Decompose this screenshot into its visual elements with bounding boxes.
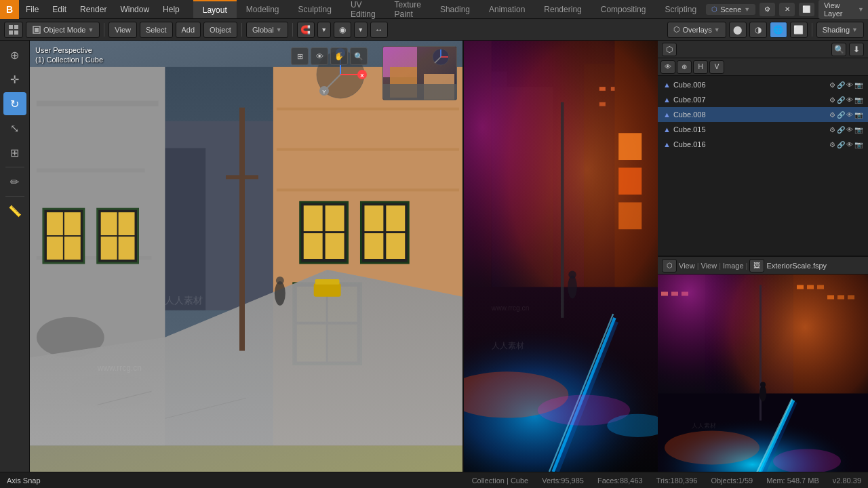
- cube008-constraint-icon[interactable]: 🔗: [837, 111, 845, 119]
- proportional-options-btn[interactable]: ▼: [354, 22, 368, 38]
- outliner-filter-select[interactable]: ⊕: [677, 60, 692, 74]
- viewport-nav-btns: ⊞ 👁 ✋ 🔍: [291, 47, 368, 65]
- scene-expand-btn[interactable]: ⬜: [799, 3, 814, 16]
- add-menu[interactable]: Add: [176, 22, 201, 38]
- image-btn[interactable]: Image: [723, 262, 744, 270]
- view-layer-selector[interactable]: View Layer ▼: [818, 0, 868, 19]
- tool-scale[interactable]: ⤡: [3, 117, 26, 140]
- tab-uv-editing[interactable]: UV Editing: [341, 0, 385, 18]
- viewport-shade-solid[interactable]: ⬤: [729, 22, 747, 38]
- menu-edit[interactable]: Edit: [45, 0, 73, 18]
- outliner-item-cube015[interactable]: ▲ Cube.015 ⚙ 🔗 👁 📷: [658, 122, 868, 137]
- transform-btn[interactable]: ↔: [370, 22, 388, 38]
- tab-shading[interactable]: Shading: [431, 0, 479, 18]
- view2-btn[interactable]: View: [701, 262, 717, 270]
- tool-rotate[interactable]: ↻: [3, 92, 26, 115]
- tool-move[interactable]: ✛: [3, 68, 26, 91]
- tab-animation[interactable]: Animation: [479, 0, 534, 18]
- viewport-3d[interactable]: 人人素材 www.rrcg.cn User Perspective (1) Co…: [30, 41, 658, 472]
- cube016-modifier-icon[interactable]: ⚙: [829, 141, 835, 148]
- tab-compositing[interactable]: Compositing: [591, 0, 656, 18]
- select-menu[interactable]: Select: [140, 22, 173, 38]
- cube006-modifier-icon[interactable]: ⚙: [829, 81, 835, 89]
- viewport-shade-rendered[interactable]: 🌐: [770, 22, 787, 38]
- svg-rect-27: [277, 108, 459, 110]
- cube015-render-icon[interactable]: 📷: [854, 126, 863, 134]
- tab-texture-paint[interactable]: Texture Paint: [385, 0, 431, 18]
- cube015-modifier-icon[interactable]: ⚙: [829, 126, 835, 134]
- outliner-filter-viewport[interactable]: V: [709, 60, 724, 74]
- cube007-modifier-icon[interactable]: ⚙: [829, 96, 835, 104]
- properties-img-type[interactable]: 🖼: [749, 259, 764, 272]
- outliner-filter-hide[interactable]: H: [693, 60, 708, 74]
- viewport-left-3d[interactable]: 人人素材 www.rrcg.cn User Perspective (1) Co…: [30, 41, 464, 472]
- mini-viewport[interactable]: [382, 46, 457, 100]
- svg-rect-1: [14, 25, 18, 29]
- scene-close-btn[interactable]: ✕: [779, 3, 795, 16]
- view1-btn[interactable]: View: [679, 262, 695, 270]
- svg-rect-38: [364, 233, 383, 259]
- transform-orientation[interactable]: Global ▼: [246, 22, 288, 38]
- cube015-constraint-icon[interactable]: 🔗: [837, 126, 845, 134]
- mode-selector[interactable]: Object Mode ▼: [26, 22, 100, 38]
- viewport-shade-wireframe[interactable]: ⬜: [790, 22, 808, 38]
- editor-type-btn[interactable]: [4, 22, 23, 38]
- tab-scripting[interactable]: Scripting: [655, 0, 706, 18]
- tool-annotate[interactable]: ✏: [3, 170, 26, 193]
- cube015-eye-icon[interactable]: 👁: [846, 126, 853, 134]
- tab-sculpting[interactable]: Sculpting: [289, 0, 341, 18]
- snap-magnet-btn[interactable]: 🧲: [297, 22, 315, 38]
- tab-layout[interactable]: Layout: [193, 0, 237, 18]
- outliner-filter-render[interactable]: 👁: [660, 60, 675, 74]
- cube008-modifier-icon[interactable]: ⚙: [829, 111, 835, 119]
- tab-modeling[interactable]: Modeling: [237, 0, 289, 18]
- tool-cursor[interactable]: ⊕: [3, 43, 26, 66]
- scene-settings-btn[interactable]: ⚙: [760, 3, 775, 16]
- cube016-constraint-icon[interactable]: 🔗: [837, 141, 845, 148]
- properties-type-btn[interactable]: ⬡: [662, 259, 677, 272]
- cube016-eye-icon[interactable]: 👁: [846, 141, 853, 148]
- cube016-render-icon[interactable]: 📷: [854, 141, 863, 148]
- cube007-render-icon[interactable]: 📷: [854, 96, 863, 104]
- cube006-eye-icon[interactable]: 👁: [846, 81, 853, 89]
- right-panel: ⬡ 🔍 ⬇ 👁 ⊕ H V ▲ Cube.006 ⚙: [658, 41, 868, 472]
- cube008-eye-icon[interactable]: 👁: [846, 111, 853, 119]
- cube016-actions: ⚙ 🔗 👁 📷: [829, 141, 863, 148]
- menu-file[interactable]: File: [19, 0, 45, 18]
- tool-measure[interactable]: 📏: [3, 199, 26, 222]
- shading-btn[interactable]: Shading ▼: [816, 22, 864, 38]
- nav-hand-btn[interactable]: ✋: [330, 47, 348, 65]
- rendered-viewport[interactable]: 人人素材: [658, 274, 868, 472]
- snap-options-btn[interactable]: ▼: [317, 22, 331, 38]
- outliner-filter-btn[interactable]: ⬇: [849, 43, 864, 56]
- cube006-render-icon[interactable]: 📷: [854, 81, 863, 89]
- viewport-shade-material[interactable]: ◑: [749, 22, 767, 38]
- menu-help[interactable]: Help: [156, 0, 186, 18]
- viewport-right-rendered[interactable]: 人人素材 www.rrcg.cn: [464, 41, 658, 472]
- tool-transform[interactable]: ⊞: [3, 141, 26, 164]
- object-menu[interactable]: Object: [203, 22, 237, 38]
- outliner-toolbar: 👁 ⊕ H V: [658, 58, 868, 76]
- scene-selector[interactable]: ⬡ Scene ▼: [706, 4, 755, 15]
- cube008-render-icon[interactable]: 📷: [854, 111, 863, 119]
- cube006-constraint-icon[interactable]: 🔗: [837, 81, 845, 89]
- cube007-constraint-icon[interactable]: 🔗: [837, 96, 845, 104]
- menu-window[interactable]: Window: [113, 0, 156, 18]
- outliner-item-cube016[interactable]: ▲ Cube.016 ⚙ 🔗 👁 📷: [658, 137, 868, 152]
- outliner-type-btn[interactable]: ⬡: [662, 43, 677, 56]
- overlays-btn[interactable]: ⬡ Overlays ▼: [667, 22, 726, 38]
- outliner-item-cube006[interactable]: ▲ Cube.006 ⚙ 🔗 👁 📷: [658, 77, 868, 92]
- nav-grid-btn[interactable]: ⊞: [291, 47, 309, 65]
- cube007-eye-icon[interactable]: 👁: [846, 96, 853, 104]
- tab-rendering[interactable]: Rendering: [534, 0, 591, 18]
- proportional-edit-btn[interactable]: ◉: [334, 22, 351, 38]
- outliner-item-cube008[interactable]: ▲ Cube.008 ⚙ 🔗 👁 📷: [658, 107, 868, 122]
- nav-search-btn[interactable]: 🔍: [350, 47, 368, 65]
- outliner-item-cube007[interactable]: ▲ Cube.007 ⚙ 🔗 👁 📷: [658, 92, 868, 107]
- outliner-search-btn[interactable]: 🔍: [831, 43, 846, 56]
- view-menu[interactable]: View: [108, 22, 137, 38]
- menu-render[interactable]: Render: [73, 0, 113, 18]
- svg-rect-37: [386, 205, 405, 231]
- version-info: v2.80.39: [833, 476, 861, 485]
- nav-view-btn[interactable]: 👁: [311, 47, 328, 65]
